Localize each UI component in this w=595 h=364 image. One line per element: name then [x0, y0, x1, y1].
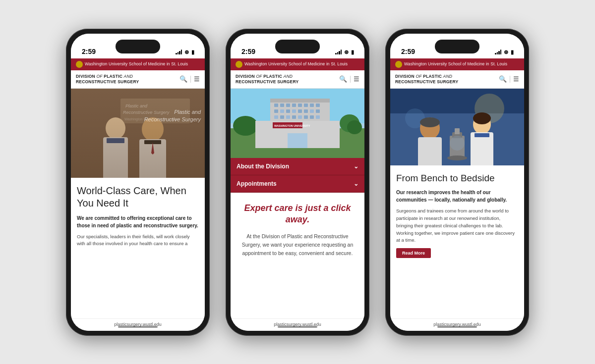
svg-rect-40 — [292, 115, 296, 119]
signal-icon-2 — [335, 50, 342, 54]
svg-rect-11 — [144, 140, 161, 144]
svg-rect-36 — [316, 109, 320, 113]
nav-icons-3: 🔍 ☰ — [499, 75, 519, 83]
status-time-1: 2:59 — [82, 48, 96, 55]
site-header-1: Washington University School of Medicine… — [71, 58, 205, 70]
wall-text-1: Plastic and Reconstructive Surgery — [144, 108, 201, 124]
svg-rect-44 — [316, 115, 320, 119]
home-indicator-2 — [278, 326, 317, 328]
menu-icon-2[interactable]: ☰ — [354, 75, 359, 83]
svg-rect-30 — [280, 109, 284, 113]
svg-rect-56 — [475, 133, 489, 137]
svg-rect-35 — [310, 109, 314, 113]
bench-heading: From Bench to Bedside — [396, 172, 518, 184]
svg-rect-55 — [471, 132, 493, 165]
svg-rect-27 — [310, 104, 314, 107]
svg-rect-38 — [280, 115, 284, 119]
expert-care-text: At the Division of Plastic and Reconstru… — [238, 232, 357, 257]
svg-rect-46 — [288, 133, 307, 148]
nav-divider-1 — [190, 76, 191, 83]
phone-footer-2: plasticsurgery.wustl.edu — [231, 318, 364, 331]
site-nav-2: DIVISION of PLASTIC and RECONSTRUCTIVE S… — [231, 70, 364, 89]
home-indicator-1 — [118, 326, 158, 328]
svg-text:WASHINGTON UNIVERSITY: WASHINGTON UNIVERSITY — [274, 124, 310, 127]
wustl-logo-text-1: Washington University School of Medicine… — [85, 61, 188, 66]
svg-rect-21 — [274, 104, 278, 107]
signal-icon-3 — [495, 50, 501, 54]
svg-rect-26 — [304, 104, 308, 107]
phone-3: 2:59 ⊛ ▮ Washington University School of… — [385, 29, 529, 336]
svg-rect-43 — [310, 115, 314, 119]
svg-rect-33 — [298, 109, 302, 113]
svg-rect-1 — [71, 89, 205, 178]
phone-footer-3: plasticsurgery.wustl.edu — [390, 318, 524, 331]
signal-icon-1 — [176, 50, 182, 54]
nav-divider-2 — [350, 76, 351, 83]
wifi-icon-1: ⊛ — [184, 49, 189, 55]
search-icon-3[interactable]: 🔍 — [499, 75, 507, 83]
menu-icon-1[interactable]: ☰ — [194, 75, 200, 83]
phone-footer-1: plasticsurgery.wustl.edu — [71, 318, 205, 331]
dynamic-island-2 — [275, 40, 320, 53]
status-time-2: 2:59 — [241, 48, 255, 55]
site-header-2: Washington University School of Medicine… — [231, 58, 364, 70]
menu-item-appointments[interactable]: Appointments ⌄ — [231, 175, 364, 193]
hero-image-3 — [390, 89, 524, 165]
svg-rect-20 — [270, 99, 330, 103]
svg-point-65 — [450, 136, 465, 151]
hero-doctors-bg: Plastic and Reconstructive Surgery Plast… — [71, 89, 205, 178]
search-icon-2[interactable]: 🔍 — [339, 75, 347, 83]
expert-care-heading: Expert care is just a click away. — [238, 203, 357, 226]
nav-divider-3 — [510, 76, 510, 83]
svg-rect-39 — [286, 115, 290, 119]
svg-rect-8 — [107, 138, 124, 143]
division-title-2: DIVISION of PLASTIC and RECONSTRUCTIVE S… — [236, 74, 298, 85]
svg-text:Plastic and: Plastic and — [125, 104, 148, 108]
wustl-bear-icon-2 — [236, 61, 242, 68]
battery-icon-3: ▮ — [511, 49, 513, 55]
svg-rect-28 — [316, 104, 320, 107]
text-content-1: World-Class Care, When You Need It We ar… — [71, 178, 205, 318]
lab-svg — [390, 89, 524, 165]
read-more-button[interactable]: Read More — [396, 248, 431, 258]
bench-text: Surgeons and trainees come from around t… — [396, 208, 518, 244]
building-svg: WASHINGTON UNIVERSITY — [231, 89, 364, 158]
svg-rect-37 — [274, 115, 278, 119]
site-nav-3: DIVISION of PLASTIC and RECONSTRUCTIVE S… — [390, 70, 524, 89]
svg-marker-12 — [151, 142, 154, 155]
menu-items-2: About the Division ⌄ Appointments ⌄ — [231, 158, 364, 193]
home-indicator-3 — [437, 326, 477, 328]
text-content-3: From Bench to Bedside Our research impro… — [390, 165, 524, 318]
nav-icons-1: 🔍 ☰ — [179, 75, 200, 83]
menu-icon-3[interactable]: ☰ — [513, 75, 519, 83]
svg-rect-42 — [304, 115, 308, 119]
svg-rect-22 — [280, 104, 284, 107]
menu-item-about[interactable]: About the Division ⌄ — [231, 158, 364, 175]
status-icons-1: ⊛ ▮ — [176, 49, 194, 55]
svg-rect-10 — [139, 139, 166, 178]
hero-image-2: WASHINGTON UNIVERSITY — [231, 89, 364, 158]
svg-rect-25 — [298, 104, 302, 107]
wustl-logo-2: Washington University School of Medicine… — [236, 61, 348, 68]
svg-rect-29 — [274, 109, 278, 113]
wifi-icon-2: ⊛ — [344, 49, 349, 55]
status-time-3: 2:59 — [401, 48, 415, 55]
search-icon-1[interactable]: 🔍 — [179, 75, 187, 83]
chevron-down-icon-appointments: ⌄ — [354, 180, 358, 187]
svg-rect-0 — [71, 89, 205, 178]
division-title-1: DIVISION of PLASTIC and RECONSTRUCTIVE S… — [76, 74, 139, 85]
svg-rect-23 — [286, 104, 290, 107]
svg-rect-7 — [103, 137, 128, 178]
phone-2: 2:59 ⊛ ▮ Washington University School of… — [226, 29, 369, 336]
svg-rect-34 — [304, 109, 308, 113]
battery-icon-2: ▮ — [351, 49, 354, 55]
svg-point-60 — [420, 117, 440, 127]
svg-rect-59 — [418, 137, 442, 165]
svg-point-6 — [106, 117, 125, 139]
svg-point-18 — [347, 120, 362, 134]
nav-icons-2: 🔍 ☰ — [339, 75, 359, 83]
main-heading-1: World-Class Care, When You Need It — [77, 185, 199, 209]
dynamic-island-1 — [116, 40, 160, 53]
wustl-logo-text-2: Washington University School of Medicine… — [244, 61, 348, 66]
sub-bold-1: We are committed to offering exceptional… — [77, 214, 199, 229]
